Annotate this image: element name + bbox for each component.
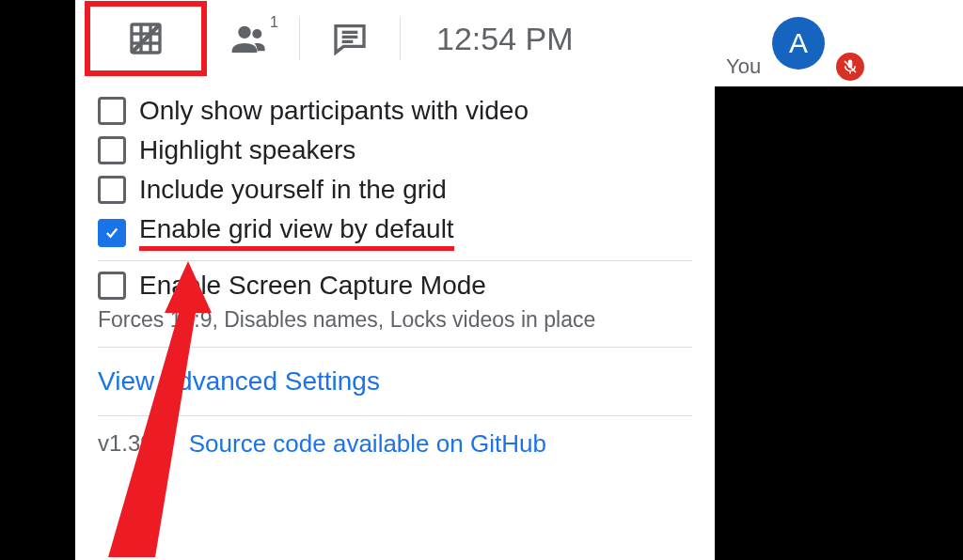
separator [98, 260, 692, 261]
option-screen-capture: Enable Screen Capture Mode [98, 271, 692, 301]
option-label: Only show participants with video [139, 96, 529, 126]
you-label: You [726, 54, 761, 79]
source-link[interactable]: Source code available on GitHub [189, 429, 546, 459]
participants-button[interactable]: 1 [207, 10, 292, 67]
advanced-settings-link[interactable]: View Advanced Settings [98, 366, 380, 397]
option-label: Enable Screen Capture Mode [139, 271, 486, 301]
mic-off-icon [842, 58, 859, 75]
option-label: Include yourself in the grid [139, 175, 447, 205]
svg-point-7 [252, 29, 261, 39]
option-include-self: Include yourself in the grid [98, 175, 692, 205]
svg-point-6 [238, 26, 250, 39]
separator [98, 347, 692, 348]
self-video-tile: You A [715, 0, 963, 86]
toolbar-separator [299, 17, 300, 60]
avatar-initial: A [789, 27, 808, 59]
option-label: Highlight speakers [139, 135, 355, 165]
grid-view-toggle-button[interactable] [85, 1, 207, 76]
settings-panel: 1 12:54 PM Only show participants with v… [75, 0, 715, 560]
options-list: Only show participants with video Highli… [75, 77, 715, 459]
footer-row: v1.39.0 Source code available on GitHub [98, 429, 692, 459]
option-only-video: Only show participants with video [98, 96, 692, 126]
toolbar: 1 12:54 PM [75, 0, 715, 77]
checkbox-include-self[interactable] [98, 176, 126, 204]
option-label: Enable grid view by default [139, 214, 454, 251]
toolbar-separator [400, 17, 401, 60]
version-label: v1.39.0 [98, 430, 172, 457]
grid-off-icon [127, 20, 165, 57]
checkbox-highlight-speakers[interactable] [98, 136, 126, 164]
option-enable-grid-default: Enable grid view by default [98, 214, 692, 251]
checkbox-only-video[interactable] [98, 97, 126, 125]
checkbox-enable-grid-default[interactable] [98, 219, 126, 247]
avatar: A [772, 17, 825, 70]
chat-button[interactable] [308, 10, 392, 67]
clock: 12:54 PM [436, 21, 574, 57]
checkbox-screen-capture[interactable] [98, 272, 126, 300]
svg-line-5 [132, 24, 160, 53]
option-subtext: Forces 16:9, Disables names, Locks video… [98, 306, 692, 334]
people-icon [230, 20, 268, 57]
mic-muted-badge [836, 53, 864, 81]
option-highlight-speakers: Highlight speakers [98, 135, 692, 165]
separator [98, 415, 692, 416]
participants-count: 1 [270, 14, 278, 31]
chat-icon [331, 20, 369, 57]
